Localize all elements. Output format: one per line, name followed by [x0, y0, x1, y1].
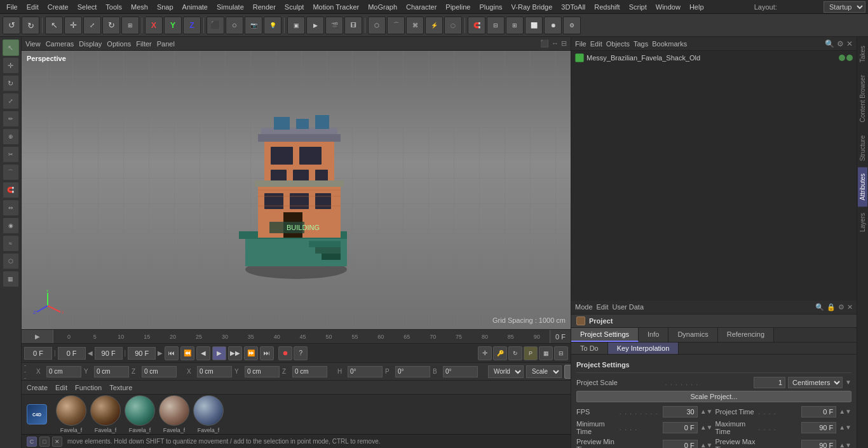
menu-snap[interactable]: Snap	[153, 2, 177, 12]
sidebar-rotate[interactable]: ↻	[3, 75, 19, 92]
toolbar-effector[interactable]: ⚡	[425, 17, 443, 34]
toolbar-snap[interactable]: 🧲	[468, 17, 485, 34]
attr-close-icon[interactable]: ✕	[847, 303, 853, 311]
viewport-canvas[interactable]: Perspective	[22, 51, 571, 329]
menu-plugins[interactable]: Plugins	[475, 2, 506, 12]
playback-btn-display2[interactable]: ⊟	[554, 346, 568, 360]
toolbar-deformer[interactable]: ⌘	[406, 17, 424, 34]
toolbar-more[interactable]: ⚙	[563, 17, 581, 34]
material-menu-function[interactable]: Function	[75, 384, 102, 391]
toolbar-transform[interactable]: ⊞	[121, 17, 139, 34]
menu-animate[interactable]: Animate	[179, 2, 212, 12]
playback-current-frame-right[interactable]	[128, 347, 156, 360]
setting-proj-time-input[interactable]	[801, 406, 836, 417]
menu-select[interactable]: Select	[74, 2, 101, 12]
material-thumb-0[interactable]: Favela_f	[56, 395, 86, 433]
setting-pmin-arrows[interactable]: ▲▼	[700, 442, 713, 448]
coord-b-input[interactable]	[443, 366, 478, 377]
scale-select[interactable]: Scale	[526, 365, 562, 378]
menu-character[interactable]: Character	[402, 2, 440, 12]
setting-min-arrows[interactable]: ▲▼	[700, 424, 713, 431]
menu-tools[interactable]: Tools	[102, 2, 126, 12]
material-thumb-2[interactable]: Favela_f	[125, 395, 155, 433]
playback-btn-anim[interactable]: ↻	[508, 346, 522, 360]
playback-record[interactable]: ⏺	[278, 346, 292, 360]
viewport-icon-arrow[interactable]: ↔	[552, 39, 559, 48]
playback-btn-grid[interactable]: ▦	[539, 346, 553, 360]
menu-render[interactable]: Render	[249, 2, 280, 12]
setting-preview-min-input[interactable]	[663, 440, 698, 449]
material-thumb-4[interactable]: Favela_f	[193, 395, 224, 433]
toolbar-display[interactable]: ⬜	[525, 17, 543, 34]
vtab-content-browser[interactable]: Content Browser	[858, 69, 867, 128]
viewport-icon-settings[interactable]: ⊟	[561, 39, 567, 48]
coord-z-input[interactable]	[142, 366, 177, 377]
attr-settings-icon[interactable]: ⚙	[838, 303, 844, 311]
vtab-layers[interactable]: Layers	[858, 207, 867, 238]
playback-end-frame[interactable]	[95, 347, 123, 360]
sidebar-select-object[interactable]: ↖	[3, 39, 19, 56]
tab-dynamics[interactable]: Dynamics	[668, 328, 717, 342]
toolbar-redo[interactable]: ↺	[22, 17, 39, 34]
playback-prev[interactable]: ◀	[196, 346, 210, 360]
obj-menu-edit[interactable]: Edit	[590, 40, 602, 48]
attr-mode-label[interactable]: Mode	[575, 303, 593, 311]
toolbar-select[interactable]: ↖	[45, 17, 63, 34]
sidebar-poly-pen[interactable]: ✏	[3, 111, 19, 127]
setting-preview-max-input[interactable]	[801, 440, 836, 449]
material-menu-create[interactable]: Create	[27, 384, 48, 391]
playback-btn-move[interactable]: ✛	[478, 346, 492, 360]
setting-pmax-arrows[interactable]: ▲▼	[839, 442, 851, 448]
scale-project-button[interactable]: Scale Project...	[576, 391, 851, 402]
viewport-menu-view[interactable]: View	[25, 40, 41, 48]
obj-menu-bookmarks[interactable]: Bookmarks	[652, 40, 687, 48]
setting-fps-input[interactable]	[663, 406, 698, 417]
coord-z2-input[interactable]	[292, 366, 327, 377]
material-menu-texture[interactable]: Texture	[109, 384, 132, 391]
coord-y-input[interactable]	[94, 366, 129, 377]
obj-row-0[interactable]: Messy_Brazilian_Favela_Shack_Old	[573, 52, 855, 64]
menu-mograph[interactable]: MoGraph	[364, 2, 401, 12]
coord-h-input[interactable]	[348, 366, 383, 377]
playback-next-frame[interactable]: ⏩	[244, 346, 258, 360]
sidebar-smooth[interactable]: ≈	[3, 235, 19, 252]
toolbar-polygon[interactable]: ⬡	[368, 17, 386, 34]
setting-min-time-input[interactable]	[663, 422, 698, 433]
menu-simulate[interactable]: Simulate	[213, 2, 248, 12]
subtab-todo[interactable]: To Do	[571, 343, 608, 354]
sidebar-subdivide[interactable]: ⬡	[3, 253, 19, 269]
coord-p-input[interactable]	[395, 366, 430, 377]
menu-file[interactable]: File	[3, 2, 22, 12]
vtab-attributes[interactable]: Attributes	[858, 167, 867, 207]
viewport-menu-cameras[interactable]: Cameras	[46, 40, 74, 48]
subtab-key-interpolation[interactable]: Key Interpolation	[608, 343, 679, 354]
attr-search-icon[interactable]: 🔍	[815, 303, 824, 311]
menu-create[interactable]: Create	[44, 2, 72, 12]
menu-redshift[interactable]: Redshift	[590, 2, 623, 12]
toolbar-axis-x[interactable]: X	[145, 17, 163, 34]
attr-lock-icon[interactable]: 🔒	[827, 303, 836, 311]
obj-settings-icon[interactable]: ⚙	[837, 39, 844, 48]
toolbar-render-region[interactable]: ▣	[287, 17, 305, 34]
playback-play[interactable]: ▶	[212, 346, 226, 360]
setting-max-arrows[interactable]: ▲▼	[839, 424, 851, 431]
setting-max-time-input[interactable]	[801, 422, 836, 433]
playback-start-frame[interactable]	[24, 347, 52, 360]
vtab-structure[interactable]: Structure	[858, 129, 867, 168]
toolbar-camera[interactable]: 📷	[245, 17, 262, 34]
playback-btn-key[interactable]: 🔑	[493, 346, 507, 360]
toolbar-nurbs[interactable]: ⌒	[387, 17, 405, 34]
viewport-menu-panel[interactable]: Panel	[157, 40, 175, 48]
viewport-menu-options[interactable]: Options	[107, 40, 131, 48]
attr-userdata-label[interactable]: User Data	[613, 303, 644, 311]
toolbar-render-anim[interactable]: 🎞	[344, 17, 362, 34]
toolbar-grid[interactable]: ⊞	[506, 17, 524, 34]
toolbar-record[interactable]: ⏺	[544, 17, 562, 34]
world-select[interactable]: World	[488, 365, 524, 378]
sidebar-bridge[interactable]: ⌒	[3, 164, 19, 180]
menu-motion-tracker[interactable]: Motion Tracker	[309, 2, 363, 12]
toolbar-move[interactable]: ✛	[64, 17, 82, 34]
toolbar-light[interactable]: 💡	[264, 17, 281, 34]
menu-window[interactable]: Window	[652, 2, 684, 12]
playback-skip-start[interactable]: ⏮	[165, 346, 179, 360]
